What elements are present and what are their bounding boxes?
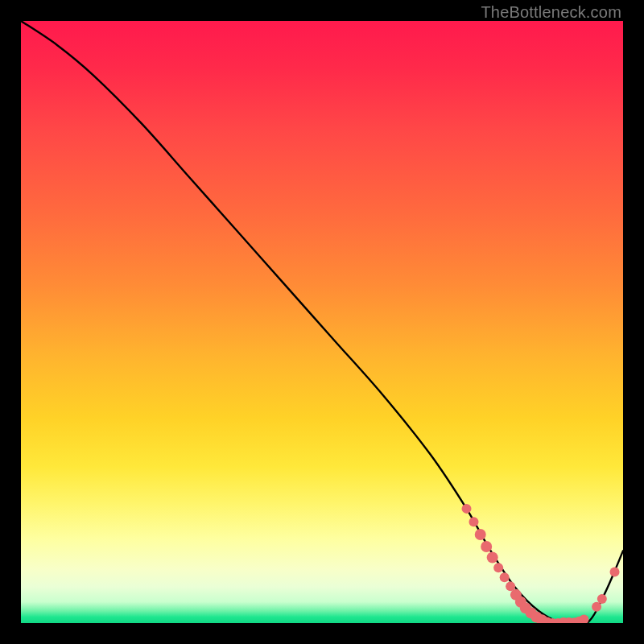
- highlighted-points: [462, 504, 620, 623]
- bottleneck-curve: [21, 21, 623, 623]
- marker-dot: [592, 602, 601, 612]
- marker-dot: [579, 615, 588, 623]
- marker-dot: [469, 517, 479, 526]
- marker-dot: [475, 529, 486, 540]
- marker-dot: [597, 594, 607, 604]
- marker-dot: [500, 572, 510, 582]
- chart-stage: TheBottleneck.com: [0, 0, 644, 644]
- curve-layer: [21, 21, 623, 623]
- marker-dot: [487, 551, 498, 563]
- marker-dot: [493, 563, 503, 572]
- marker-dot: [462, 504, 472, 514]
- marker-dot: [610, 567, 620, 576]
- plot-area: [21, 21, 623, 623]
- marker-dot: [481, 541, 492, 552]
- watermark-text: TheBottleneck.com: [481, 3, 621, 22]
